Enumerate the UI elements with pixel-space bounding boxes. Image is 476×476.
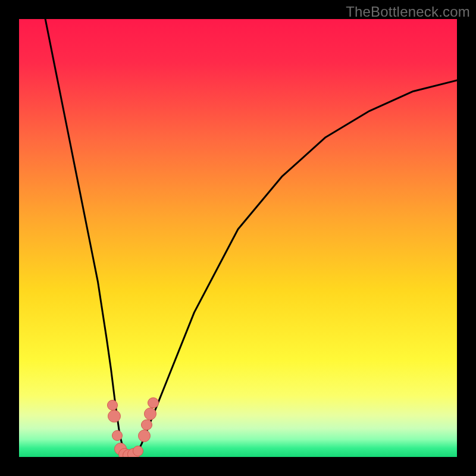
- curve-marker: [144, 408, 156, 420]
- watermark-text: TheBottleneck.com: [346, 4, 470, 20]
- bottleneck-curve: [19, 19, 457, 457]
- curve-marker: [107, 400, 118, 411]
- curve-marker: [133, 446, 143, 456]
- curve-marker: [108, 410, 120, 422]
- plot-area: [19, 19, 457, 457]
- curve-marker: [138, 430, 151, 442]
- chart-frame: TheBottleneck.com: [0, 0, 476, 476]
- curve-marker: [148, 397, 158, 408]
- curve-marker: [141, 419, 152, 430]
